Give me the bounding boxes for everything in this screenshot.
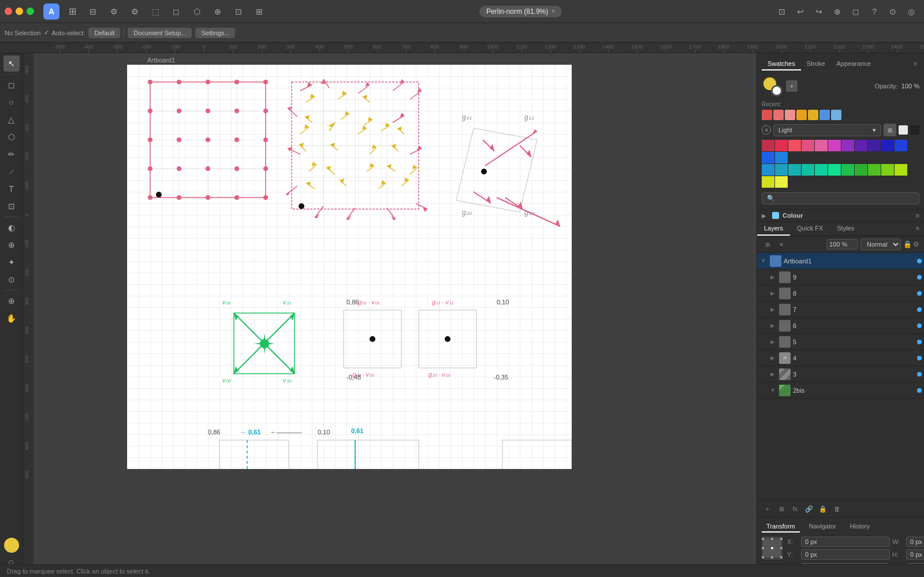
layer-4[interactable]: ▶ ✕ 4: [757, 350, 924, 366]
expand-arrow-8[interactable]: ▶: [769, 289, 777, 297]
expand-arrow[interactable]: ▼: [759, 257, 767, 265]
pen-tool[interactable]: ✏: [3, 146, 20, 162]
color-swatch[interactable]: [762, 176, 774, 188]
select-tool[interactable]: ↖: [3, 55, 20, 72]
color-swatch[interactable]: [775, 176, 788, 188]
color-swatch[interactable]: [815, 164, 828, 176]
expand-arrow-6[interactable]: ▶: [769, 322, 777, 330]
image-tool[interactable]: ⊡: [3, 198, 20, 214]
white-swatch[interactable]: [899, 125, 908, 135]
help-icon[interactable]: ?: [866, 3, 882, 20]
recent-swatch[interactable]: [762, 110, 772, 120]
fx-button[interactable]: fx: [789, 503, 801, 515]
recent-swatch[interactable]: [796, 110, 807, 120]
swatch-library-dropdown[interactable]: Light ▾: [773, 124, 881, 136]
triangle-tool[interactable]: △: [3, 111, 20, 128]
zoom-icon[interactable]: ⊕: [829, 3, 845, 20]
maximize-button[interactable]: [27, 8, 34, 15]
rectangle-tool[interactable]: ◻: [3, 77, 20, 93]
tab-appearance[interactable]: Appearance: [831, 58, 877, 70]
tab-swatches[interactable]: Swatches: [762, 58, 801, 70]
fill-stroke-indicator[interactable]: [762, 76, 783, 96]
color-picker-tool[interactable]: ◐: [3, 219, 20, 236]
grid-view-button[interactable]: ⊞: [884, 124, 896, 136]
tab-styles[interactable]: Styles: [830, 222, 861, 236]
color-swatch[interactable]: [828, 140, 841, 151]
layer-6[interactable]: ▶ 6: [757, 318, 924, 334]
swatch-search[interactable]: 🔍: [762, 192, 919, 204]
lock-panel-button[interactable]: 🔒: [817, 503, 829, 515]
transform-icon[interactable]: ⊡: [230, 3, 247, 20]
expand-arrow-3[interactable]: ▶: [769, 370, 777, 378]
recent-swatch[interactable]: [808, 110, 818, 120]
black-swatch[interactable]: [910, 125, 919, 135]
opacity-input[interactable]: [826, 239, 858, 250]
x-input[interactable]: [801, 537, 890, 547]
color-swatch[interactable]: [895, 140, 907, 151]
color-swatch[interactable]: [881, 164, 894, 176]
frame-icon[interactable]: ◻: [168, 3, 184, 20]
layer-9[interactable]: ▶ 9: [757, 269, 924, 285]
color-swatch[interactable]: [868, 140, 881, 151]
zoom-tool[interactable]: ⊕: [3, 293, 20, 309]
undo-icon[interactable]: ↩: [792, 3, 808, 20]
close-button[interactable]: [5, 8, 12, 15]
recent-swatch[interactable]: [773, 110, 784, 120]
color-swatch[interactable]: [802, 140, 814, 151]
settings-layer-icon[interactable]: ⚙: [913, 240, 919, 248]
layer-7[interactable]: ▶ 7: [757, 301, 924, 318]
transform-origin-widget[interactable]: [762, 537, 783, 560]
layer-2bis[interactable]: ▼ 2bis: [757, 382, 924, 399]
expand-arrow-4[interactable]: ▶: [769, 354, 777, 362]
user-icon[interactable]: ◎: [903, 3, 919, 20]
add-item-button[interactable]: +: [762, 503, 773, 515]
y-input[interactable]: [801, 549, 890, 560]
color-swatch[interactable]: [855, 164, 867, 176]
tab-navigator[interactable]: Navigator: [804, 521, 841, 533]
duplicate-button[interactable]: ⊞: [776, 503, 787, 515]
color-swatch[interactable]: [895, 164, 907, 176]
color-swatch[interactable]: [788, 164, 801, 176]
panel-menu-icon[interactable]: ≡: [911, 58, 919, 70]
color-swatch[interactable]: [841, 164, 854, 176]
bucket-tool[interactable]: ⊕: [3, 237, 20, 253]
fill-color[interactable]: [4, 538, 19, 553]
color-swatch[interactable]: [802, 164, 814, 176]
text-tool[interactable]: T: [3, 181, 20, 197]
link-button[interactable]: 🔗: [803, 503, 815, 515]
view-icon[interactable]: ◻: [848, 3, 864, 20]
expand-arrow-2bis[interactable]: ▼: [769, 386, 777, 394]
export-icon[interactable]: ⬡: [189, 3, 205, 20]
line-tool[interactable]: ⟋: [3, 163, 20, 180]
layout-icon[interactable]: ⊟: [85, 3, 101, 20]
hand-tool[interactable]: ✋: [3, 310, 20, 326]
colour-more-icon[interactable]: ≡: [916, 212, 919, 219]
h-input[interactable]: [906, 549, 924, 560]
present-icon[interactable]: ⊡: [774, 3, 790, 20]
w-input[interactable]: [906, 537, 924, 547]
color-swatch[interactable]: [762, 164, 774, 176]
recent-swatch[interactable]: [785, 110, 795, 120]
document-setup-button[interactable]: Document Setup...: [128, 28, 192, 38]
expand-arrow-9[interactable]: ▶: [769, 273, 777, 281]
layers-more-icon[interactable]: ≡: [911, 222, 924, 236]
collapse-icon[interactable]: ▶: [762, 213, 766, 219]
color-swatch[interactable]: [775, 164, 788, 176]
layer-artboard1[interactable]: ▼ Artboard1: [757, 253, 924, 269]
ellipse-tool[interactable]: ○: [3, 94, 20, 110]
share-icon[interactable]: ⊙: [885, 3, 901, 20]
polygon-tool[interactable]: ⬡: [3, 129, 20, 145]
swatch-more[interactable]: +: [786, 80, 798, 92]
color-swatch[interactable]: [815, 140, 828, 151]
select-icon[interactable]: ⬚: [147, 3, 163, 20]
color-swatch[interactable]: [788, 140, 801, 151]
tab-layers[interactable]: Layers: [757, 222, 790, 236]
grid-icon[interactable]: ⊞: [64, 3, 80, 20]
tab-transform[interactable]: Transform: [762, 521, 800, 533]
tab-quick-fx[interactable]: Quick FX: [790, 222, 830, 236]
recent-swatch[interactable]: [831, 110, 841, 120]
recent-swatch[interactable]: [819, 110, 830, 120]
tab-stroke[interactable]: Stroke: [801, 58, 831, 70]
color-swatch[interactable]: [828, 164, 841, 176]
color-swatch[interactable]: [775, 152, 788, 163]
